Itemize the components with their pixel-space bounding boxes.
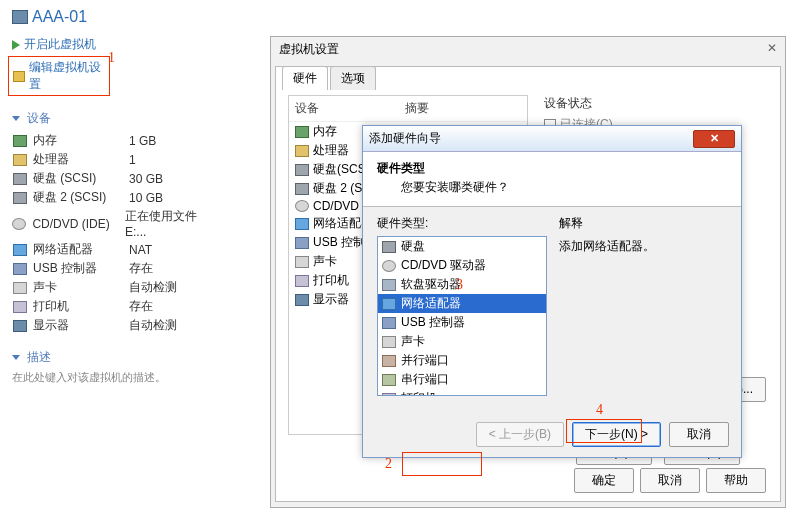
device-row[interactable]: USB 控制器存在 bbox=[8, 259, 222, 278]
net-icon bbox=[382, 298, 396, 310]
device-value: 自动检测 bbox=[129, 279, 177, 296]
snd-icon bbox=[382, 336, 396, 348]
ser-icon bbox=[382, 374, 396, 386]
par-icon bbox=[382, 355, 396, 367]
edit-vm-label: 编辑虚拟机设置 bbox=[29, 59, 105, 93]
vm-title: AAA-01 bbox=[12, 8, 222, 26]
wizard-heading: 硬件类型 bbox=[377, 160, 727, 177]
explanation-label: 解释 bbox=[559, 215, 727, 232]
description-placeholder[interactable]: 在此处键入对该虚拟机的描述。 bbox=[12, 370, 218, 385]
hardware-type-item[interactable]: 打印机 bbox=[378, 389, 546, 396]
device-value: NAT bbox=[129, 243, 152, 257]
device-row[interactable]: 声卡自动检测 bbox=[8, 278, 222, 297]
cpu-icon bbox=[12, 153, 27, 166]
disk-icon bbox=[12, 191, 27, 204]
device-label: 硬盘 (SCSI) bbox=[33, 170, 123, 187]
cd-icon bbox=[295, 200, 309, 212]
mon-icon bbox=[295, 294, 309, 306]
wizard-subheading: 您要安装哪类硬件？ bbox=[401, 179, 727, 196]
device-status-header: 设备状态 bbox=[544, 95, 770, 112]
hardware-type-label: 串行端口 bbox=[401, 371, 449, 388]
usb-icon bbox=[382, 317, 396, 329]
disk-icon bbox=[295, 164, 309, 176]
mon-icon bbox=[12, 319, 27, 332]
hardware-type-item[interactable]: 声卡 bbox=[378, 332, 546, 351]
hardware-types-list[interactable]: 硬盘CD/DVD 驱动器软盘驱动器网络适配器USB 控制器声卡并行端口串行端口打… bbox=[377, 236, 547, 396]
device-label: 打印机 bbox=[33, 298, 123, 315]
device-value: 1 bbox=[129, 153, 136, 167]
hardware-type-item[interactable]: 网络适配器 bbox=[378, 294, 546, 313]
cd-icon bbox=[12, 217, 26, 230]
usb-icon bbox=[295, 237, 309, 249]
help-button[interactable]: 帮助 bbox=[706, 468, 766, 493]
snd-icon bbox=[12, 281, 27, 294]
device-value: 存在 bbox=[129, 298, 153, 315]
ok-button[interactable]: 确定 bbox=[574, 468, 634, 493]
start-vm-label: 开启此虚拟机 bbox=[24, 36, 96, 53]
device-label: 显示器 bbox=[33, 317, 123, 334]
wizard-title: 添加硬件向导 bbox=[369, 130, 441, 147]
device-value: 30 GB bbox=[129, 172, 163, 186]
devices-list: 内存1 GB处理器1硬盘 (SCSI)30 GB硬盘 2 (SCSI)10 GB… bbox=[8, 131, 222, 335]
hardware-type-label: 打印机 bbox=[401, 390, 437, 396]
disk-icon bbox=[12, 172, 27, 185]
caret-down-icon bbox=[12, 355, 20, 360]
play-icon bbox=[12, 40, 20, 50]
prt-icon bbox=[382, 393, 396, 397]
hardware-type-item[interactable]: 硬盘 bbox=[378, 237, 546, 256]
dialog-titlebar: 虚拟机设置 ✕ bbox=[271, 37, 785, 62]
explanation-text: 添加网络适配器。 bbox=[559, 238, 727, 255]
device-label: 硬盘 2 (SCSI) bbox=[33, 189, 123, 206]
wizard-close-button[interactable]: ✕ bbox=[693, 130, 735, 148]
device-row[interactable]: CD/DVD (IDE)正在使用文件 E:... bbox=[8, 207, 222, 240]
vm-icon bbox=[12, 10, 28, 24]
description-section-header[interactable]: 描述 bbox=[12, 349, 222, 366]
net-icon bbox=[12, 243, 27, 256]
device-value: 1 GB bbox=[129, 134, 156, 148]
net-icon bbox=[295, 218, 309, 230]
prt-icon bbox=[295, 275, 309, 287]
start-vm-link[interactable]: 开启此虚拟机 bbox=[8, 34, 222, 55]
wizard-titlebar[interactable]: 添加硬件向导 ✕ bbox=[363, 126, 741, 152]
device-row[interactable]: 内存1 GB bbox=[8, 131, 222, 150]
add-hardware-wizard: 添加硬件向导 ✕ 硬件类型 您要安装哪类硬件？ 硬件类型: 硬盘CD/DVD 驱… bbox=[362, 125, 742, 458]
device-value: 正在使用文件 E:... bbox=[125, 208, 218, 239]
vm-name: AAA-01 bbox=[32, 8, 87, 26]
hardware-types-label: 硬件类型: bbox=[377, 215, 547, 232]
device-label: 声卡 bbox=[33, 279, 123, 296]
wizard-header-box: 硬件类型 您要安装哪类硬件？ bbox=[363, 152, 741, 207]
hardware-type-item[interactable]: 软盘驱动器 bbox=[378, 275, 546, 294]
device-row[interactable]: 网络适配器NAT bbox=[8, 240, 222, 259]
hardware-type-item[interactable]: 串行端口 bbox=[378, 370, 546, 389]
snd-icon bbox=[295, 256, 309, 268]
edit-vm-link[interactable]: 编辑虚拟机设置 bbox=[8, 56, 110, 96]
hardware-type-item[interactable]: 并行端口 bbox=[378, 351, 546, 370]
hardware-type-item[interactable]: USB 控制器 bbox=[378, 313, 546, 332]
device-row[interactable]: 打印机存在 bbox=[8, 297, 222, 316]
device-row[interactable]: 处理器1 bbox=[8, 150, 222, 169]
devices-section-header[interactable]: 设备 bbox=[12, 110, 222, 127]
device-row[interactable]: 硬盘 (SCSI)30 GB bbox=[8, 169, 222, 188]
disk-icon bbox=[382, 241, 396, 253]
caret-down-icon bbox=[12, 116, 20, 121]
wizard-back-button: < 上一步(B) bbox=[476, 422, 564, 447]
hardware-type-label: 软盘驱动器 bbox=[401, 276, 461, 293]
tab-options[interactable]: 选项 bbox=[330, 66, 376, 90]
hardware-type-label: 并行端口 bbox=[401, 352, 449, 369]
device-value: 自动检测 bbox=[129, 317, 177, 334]
usb-icon bbox=[12, 262, 27, 275]
device-label: 处理器 bbox=[33, 151, 123, 168]
dialog-close-icon[interactable]: ✕ bbox=[767, 41, 777, 58]
device-value: 10 GB bbox=[129, 191, 163, 205]
hardware-type-label: 声卡 bbox=[401, 333, 425, 350]
device-row[interactable]: 硬盘 2 (SCSI)10 GB bbox=[8, 188, 222, 207]
device-value: 存在 bbox=[129, 260, 153, 277]
wizard-cancel-button[interactable]: 取消 bbox=[669, 422, 729, 447]
cancel-button[interactable]: 取消 bbox=[640, 468, 700, 493]
tab-hardware[interactable]: 硬件 bbox=[282, 66, 328, 90]
device-row[interactable]: 显示器自动检测 bbox=[8, 316, 222, 335]
disk-icon bbox=[295, 183, 309, 195]
hardware-type-item[interactable]: CD/DVD 驱动器 bbox=[378, 256, 546, 275]
wizard-next-button[interactable]: 下一步(N) > bbox=[572, 422, 661, 447]
mem-icon bbox=[295, 126, 309, 138]
